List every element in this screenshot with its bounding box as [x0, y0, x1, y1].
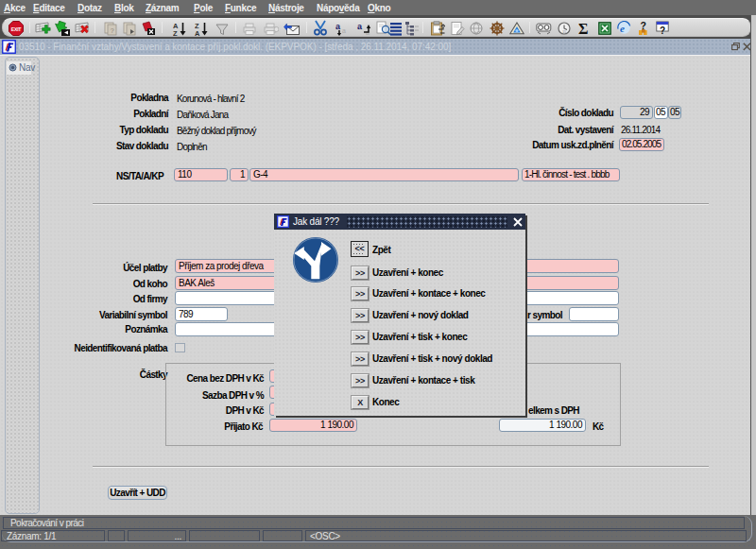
svg-text:a: a: [335, 22, 341, 31]
svg-text:A: A: [195, 29, 200, 37]
svg-text:Z: Z: [173, 29, 178, 37]
svg-text:a: a: [357, 22, 363, 31]
svg-text:EXIT: EXIT: [10, 26, 21, 32]
svg-text:e: e: [620, 23, 625, 34]
svg-text:?: ?: [110, 27, 113, 34]
svg-text:Σ: Σ: [578, 21, 588, 37]
svg-text:a: a: [342, 27, 346, 34]
svg-text:?: ?: [660, 26, 665, 36]
